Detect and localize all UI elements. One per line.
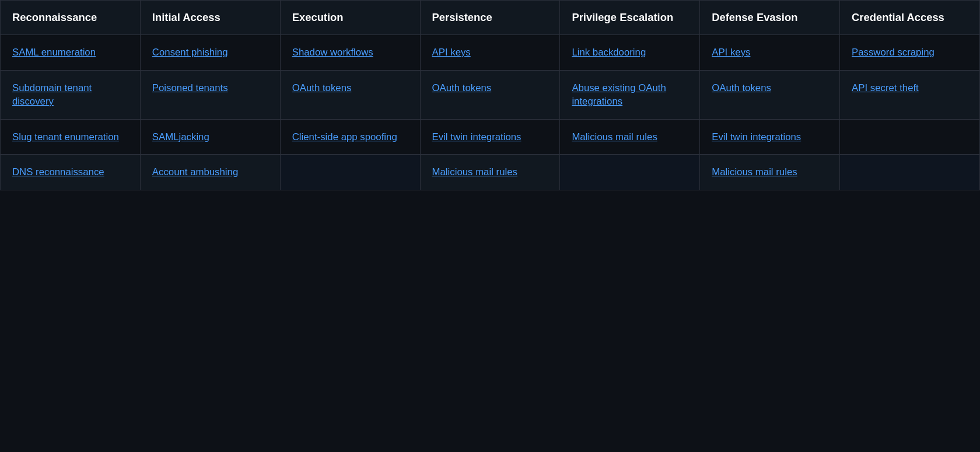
table-cell — [840, 119, 980, 155]
table-cell[interactable]: Shadow workflows — [280, 35, 420, 71]
attack-technique-link[interactable]: Account ambushing — [152, 165, 238, 179]
table-cell — [560, 155, 700, 190]
attack-technique-link[interactable]: Slug tenant enumeration — [12, 130, 119, 144]
table-cell[interactable]: Password scraping — [840, 35, 980, 71]
attack-technique-link[interactable]: Subdomain tenant discovery — [12, 81, 128, 109]
table-cell[interactable]: Subdomain tenant discovery — [1, 70, 141, 119]
attack-technique-link[interactable]: API secret theft — [852, 81, 919, 95]
attack-technique-link[interactable]: Shadow workflows — [292, 46, 373, 60]
attack-technique-link[interactable]: SAMLjacking — [152, 130, 209, 144]
attack-technique-link[interactable]: OAuth tokens — [712, 81, 771, 95]
column-header: Privilege Escalation — [560, 1, 700, 35]
column-header: Initial Access — [140, 1, 280, 35]
column-header: Persistence — [420, 1, 560, 35]
column-header: Execution — [280, 1, 420, 35]
table-cell[interactable]: Slug tenant enumeration — [1, 119, 141, 155]
table-cell[interactable]: Malicious mail rules — [420, 155, 560, 190]
table-row: SAML enumerationConsent phishingShadow w… — [1, 35, 980, 71]
table-row: DNS reconnaissanceAccount ambushingMalic… — [1, 155, 980, 190]
attack-technique-link[interactable]: DNS reconnaissance — [12, 165, 104, 179]
attack-technique-link[interactable]: Malicious mail rules — [712, 165, 797, 179]
attack-matrix-table: ReconnaissanceInitial AccessExecutionPer… — [0, 0, 980, 190]
table-row: Subdomain tenant discoveryPoisoned tenan… — [1, 70, 980, 119]
table-cell[interactable]: Account ambushing — [140, 155, 280, 190]
attack-technique-link[interactable]: Link backdooring — [572, 46, 646, 60]
table-cell[interactable]: OAuth tokens — [420, 70, 560, 119]
table-cell[interactable]: Client-side app spoofing — [280, 119, 420, 155]
table-cell[interactable]: Evil twin integrations — [420, 119, 560, 155]
table-cell[interactable]: API keys — [420, 35, 560, 71]
attack-technique-link[interactable]: OAuth tokens — [292, 81, 352, 95]
table-cell[interactable]: DNS reconnaissance — [1, 155, 141, 190]
attack-technique-link[interactable]: OAuth tokens — [432, 81, 492, 95]
table-cell[interactable]: Poisoned tenants — [140, 70, 280, 119]
table-cell — [840, 155, 980, 190]
attack-technique-link[interactable]: Evil twin integrations — [432, 130, 522, 144]
table-cell[interactable]: API secret theft — [840, 70, 980, 119]
column-header: Reconnaissance — [1, 1, 141, 35]
table-cell[interactable]: Abuse existing OAuth integrations — [560, 70, 700, 119]
table-row: Slug tenant enumerationSAMLjackingClient… — [1, 119, 980, 155]
table-cell[interactable]: Evil twin integrations — [700, 119, 840, 155]
attack-technique-link[interactable]: SAML enumeration — [12, 46, 96, 60]
table-cell[interactable]: SAMLjacking — [140, 119, 280, 155]
attack-technique-link[interactable]: Password scraping — [852, 46, 935, 60]
attack-technique-link[interactable]: Poisoned tenants — [152, 81, 228, 95]
attack-technique-link[interactable]: Malicious mail rules — [572, 130, 657, 144]
table-cell[interactable]: Malicious mail rules — [560, 119, 700, 155]
attack-technique-link[interactable]: Malicious mail rules — [432, 165, 517, 179]
table-cell[interactable]: API keys — [700, 35, 840, 71]
table-cell[interactable]: Consent phishing — [140, 35, 280, 71]
table-cell[interactable]: OAuth tokens — [700, 70, 840, 119]
table-cell[interactable]: Link backdooring — [560, 35, 700, 71]
attack-technique-link[interactable]: Client-side app spoofing — [292, 130, 397, 144]
column-header: Defense Evasion — [700, 1, 840, 35]
attack-technique-link[interactable]: Evil twin integrations — [712, 130, 801, 144]
table-cell[interactable]: OAuth tokens — [280, 70, 420, 119]
table-cell[interactable]: Malicious mail rules — [700, 155, 840, 190]
attack-technique-link[interactable]: Consent phishing — [152, 46, 228, 60]
column-header: Credential Access — [840, 1, 980, 35]
table-cell[interactable]: SAML enumeration — [1, 35, 141, 71]
attack-technique-link[interactable]: API keys — [712, 46, 750, 60]
attack-technique-link[interactable]: API keys — [432, 46, 471, 60]
attack-technique-link[interactable]: Abuse existing OAuth integrations — [572, 81, 688, 109]
table-cell — [280, 155, 420, 190]
